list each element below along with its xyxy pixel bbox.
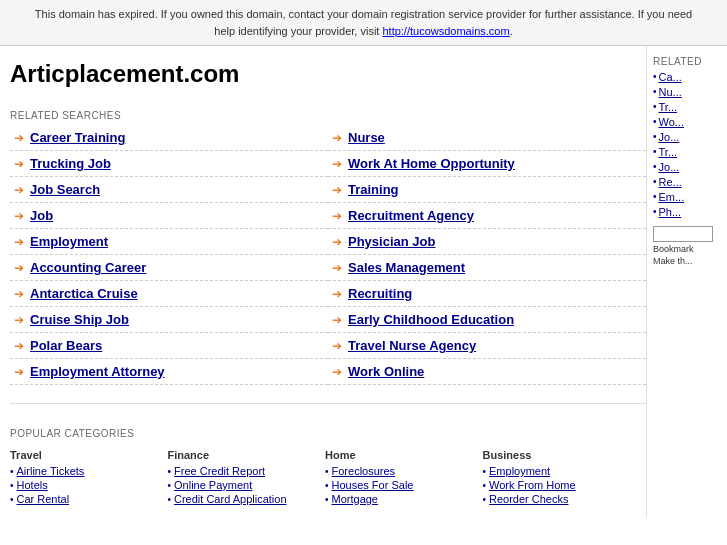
list-item: • Airline Tickets — [10, 465, 158, 477]
sidebar-link[interactable]: Jo... — [659, 131, 680, 143]
arrow-icon: ➔ — [332, 339, 342, 353]
related-searches-section: RELATED SEARCHES ➔ Career Training ➔ Tru… — [10, 98, 646, 395]
list-item: • Employment — [483, 465, 631, 477]
list-item: ➔ Cruise Ship Job — [10, 307, 328, 333]
car-rental-link[interactable]: Car Rental — [17, 493, 70, 505]
list-item: ➔ Polar Bears — [10, 333, 328, 359]
online-payment-link[interactable]: Online Payment — [174, 479, 252, 491]
reorder-checks-link[interactable]: Reorder Checks — [489, 493, 568, 505]
search-link-travel-nurse-agency[interactable]: Travel Nurse Agency — [348, 338, 476, 353]
bullet-icon: • — [325, 466, 329, 477]
list-item: • Em... — [653, 191, 721, 203]
search-link[interactable]: Trucking Job — [30, 156, 111, 171]
mortgage-link[interactable]: Mortgage — [332, 493, 378, 505]
banner-link[interactable]: http://tucowsdomains.com — [382, 25, 509, 37]
sidebar-link[interactable]: Nu... — [659, 86, 682, 98]
sidebar-link[interactable]: Re... — [659, 176, 682, 188]
travel-column: Travel • Airline Tickets • Hotels • Car — [10, 449, 158, 507]
sidebar-link[interactable]: Jo... — [659, 161, 680, 173]
search-link[interactable]: Physician Job — [348, 234, 435, 249]
sidebar-link[interactable]: Tr... — [659, 146, 678, 158]
sidebar-link[interactable]: Ca... — [659, 71, 682, 83]
foreclosures-link[interactable]: Foreclosures — [332, 465, 396, 477]
search-link[interactable]: Work At Home Opportunity — [348, 156, 515, 171]
work-from-home-link[interactable]: Work From Home — [489, 479, 576, 491]
sidebar-link[interactable]: Tr... — [659, 101, 678, 113]
left-links-col: ➔ Career Training ➔ Trucking Job ➔ Job S… — [10, 125, 328, 385]
list-item: ➔ Job — [10, 203, 328, 229]
popular-categories-section: POPULAR CATEGORIES Travel • Airline Tick… — [10, 412, 646, 517]
list-item: ➔ Sales Management — [328, 255, 646, 281]
home-column: Home • Foreclosures • Houses For Sale • — [325, 449, 473, 507]
arrow-icon: ➔ — [14, 131, 24, 145]
arrow-icon: ➔ — [332, 313, 342, 327]
sidebar-link[interactable]: Ph... — [659, 206, 682, 218]
arrow-icon: ➔ — [14, 339, 24, 353]
arrow-icon: ➔ — [14, 287, 24, 301]
list-item: ➔ Work Online — [328, 359, 646, 385]
airline-tickets-link[interactable]: Airline Tickets — [17, 465, 85, 477]
search-link[interactable]: Polar Bears — [30, 338, 102, 353]
arrow-icon: ➔ — [332, 365, 342, 379]
search-link[interactable]: Employment — [30, 234, 108, 249]
sidebar-related-label: RELATED — [653, 56, 721, 67]
employment-link[interactable]: Employment — [489, 465, 550, 477]
main-content: Articplacement.com RELATED SEARCHES ➔ Ca… — [0, 46, 647, 517]
list-item: ➔ Trucking Job — [10, 151, 328, 177]
bookmark-box: Bookmark Make th... — [653, 226, 721, 266]
sidebar-link[interactable]: Em... — [659, 191, 685, 203]
list-item: • Work From Home — [483, 479, 631, 491]
list-item: ➔ Travel Nurse Agency — [328, 333, 646, 359]
credit-card-application-link[interactable]: Credit Card Application — [174, 493, 287, 505]
list-item: • Tr... — [653, 146, 721, 158]
bullet-icon: • — [653, 191, 657, 202]
bullet-icon: • — [168, 466, 172, 477]
list-item: ➔ Recruiting — [328, 281, 646, 307]
search-link[interactable]: Nurse — [348, 130, 385, 145]
search-link-work-online[interactable]: Work Online — [348, 364, 424, 379]
bookmark-input[interactable] — [653, 226, 713, 242]
business-heading: Business — [483, 449, 631, 461]
bullet-icon: • — [653, 146, 657, 157]
bullet-icon: • — [653, 206, 657, 217]
list-item: • Houses For Sale — [325, 479, 473, 491]
search-link-cruise-ship-job[interactable]: Cruise Ship Job — [30, 312, 129, 327]
search-link[interactable]: Job — [30, 208, 53, 223]
hotels-link[interactable]: Hotels — [17, 479, 48, 491]
bullet-icon: • — [168, 480, 172, 491]
popular-categories-label: POPULAR CATEGORIES — [10, 420, 646, 443]
list-item: ➔ Recruitment Agency — [328, 203, 646, 229]
site-title: Articplacement.com — [10, 46, 646, 98]
home-heading: Home — [325, 449, 473, 461]
free-credit-report-link[interactable]: Free Credit Report — [174, 465, 265, 477]
search-link[interactable]: Job Search — [30, 182, 100, 197]
sidebar-link[interactable]: Wo... — [659, 116, 684, 128]
list-item: ➔ Accounting Career — [10, 255, 328, 281]
arrow-icon: ➔ — [332, 209, 342, 223]
list-item: • Car Rental — [10, 493, 158, 505]
right-sidebar: RELATED • Ca... • Nu... • Tr... • Wo... … — [647, 46, 727, 517]
search-link[interactable]: Sales Management — [348, 260, 465, 275]
list-item: ➔ Job Search — [10, 177, 328, 203]
bullet-icon: • — [483, 480, 487, 491]
search-link[interactable]: Recruiting — [348, 286, 412, 301]
list-item: • Wo... — [653, 116, 721, 128]
search-links-grid: ➔ Career Training ➔ Trucking Job ➔ Job S… — [10, 125, 646, 385]
search-link[interactable]: Training — [348, 182, 399, 197]
business-column: Business • Employment • Work From Home • — [483, 449, 631, 507]
bullet-icon: • — [10, 466, 14, 477]
bookmark-label: Bookmark — [653, 244, 721, 254]
list-item: • Reorder Checks — [483, 493, 631, 505]
search-link[interactable]: Employment Attorney — [30, 364, 165, 379]
search-link[interactable]: Career Training — [30, 130, 125, 145]
bookmark-label2: Make th... — [653, 256, 721, 266]
search-link-early-childhood-education[interactable]: Early Childhood Education — [348, 312, 514, 327]
section-divider — [10, 403, 646, 404]
list-item: • Ca... — [653, 71, 721, 83]
list-item: • Mortgage — [325, 493, 473, 505]
search-link[interactable]: Recruitment Agency — [348, 208, 474, 223]
search-link[interactable]: Antarctica Cruise — [30, 286, 138, 301]
arrow-icon: ➔ — [14, 209, 24, 223]
houses-for-sale-link[interactable]: Houses For Sale — [332, 479, 414, 491]
search-link-accounting-career[interactable]: Accounting Career — [30, 260, 146, 275]
